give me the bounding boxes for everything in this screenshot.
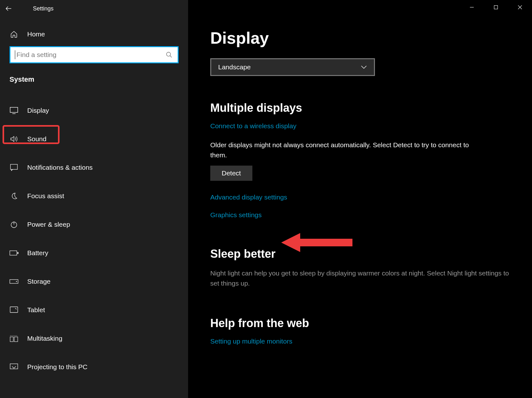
sidebar-item-display[interactable]: Display (0, 96, 188, 125)
sidebar-item-label: Notifications & actions (27, 164, 93, 171)
minimize-button[interactable] (460, 0, 484, 15)
battery-icon (10, 249, 18, 257)
detect-help-text: Older displays might not always connect … (210, 140, 476, 160)
page-title: Display (210, 28, 510, 47)
sidebar-item-projecting[interactable]: Projecting to this PC (0, 353, 188, 381)
sidebar-item-notifications[interactable]: Notifications & actions (0, 153, 188, 182)
graphics-settings-link[interactable]: Graphics settings (210, 211, 510, 219)
sidebar-section-title: System (0, 69, 188, 87)
sidebar-item-label: Storage (27, 278, 51, 285)
detect-button[interactable]: Detect (210, 166, 252, 181)
multitasking-icon (10, 334, 18, 343)
svg-rect-9 (10, 307, 18, 313)
notifications-icon (10, 163, 18, 172)
sidebar-item-battery[interactable]: Battery (0, 239, 188, 267)
sidebar-item-label: Sound (27, 135, 47, 143)
display-icon (10, 106, 18, 115)
window-controls (460, 0, 532, 15)
sound-icon (10, 135, 18, 143)
sidebar-nav: Display Sound Notifications & actions Fo… (0, 96, 188, 381)
sidebar-item-focus-assist[interactable]: Focus assist (0, 182, 188, 210)
svg-point-1 (167, 52, 171, 56)
svg-rect-6 (17, 252, 18, 254)
app-title: Settings (33, 5, 54, 12)
arrow-left-icon (5, 5, 12, 12)
sidebar-item-label: Battery (27, 249, 48, 257)
svg-rect-2 (10, 107, 18, 112)
home-link[interactable]: Home (0, 25, 188, 43)
sleep-better-text: Night light can help you get to sleep by… (210, 268, 510, 288)
search-input[interactable]: Find a setting (10, 46, 179, 63)
main-content: Display Landscape Multiple displays Conn… (188, 0, 532, 398)
sidebar-item-power-sleep[interactable]: Power & sleep (0, 210, 188, 239)
svg-rect-11 (14, 337, 18, 342)
titlebar: Settings (0, 0, 532, 17)
advanced-display-link[interactable]: Advanced display settings (210, 193, 510, 201)
sidebar-item-label: Power & sleep (27, 221, 70, 228)
power-icon (10, 220, 18, 229)
help-multiple-monitors-link[interactable]: Setting up multiple monitors (210, 338, 510, 345)
connect-wireless-link[interactable]: Connect to a wireless display (210, 122, 510, 130)
projecting-icon (10, 363, 18, 371)
svg-rect-0 (494, 6, 498, 9)
chevron-down-icon (361, 65, 367, 69)
home-icon (10, 30, 18, 39)
sidebar-item-storage[interactable]: Storage (0, 267, 188, 296)
search-icon (166, 51, 173, 58)
home-label: Home (27, 30, 45, 38)
svg-rect-10 (10, 337, 13, 342)
moon-icon (10, 192, 18, 200)
orientation-select[interactable]: Landscape (210, 58, 375, 76)
sidebar-item-sound[interactable]: Sound (0, 125, 188, 153)
close-button[interactable] (508, 0, 532, 15)
sidebar-item-label: Focus assist (27, 192, 64, 200)
close-icon (518, 5, 522, 9)
text-caret (15, 50, 15, 59)
sidebar-item-label: Projecting to this PC (27, 363, 87, 371)
svg-point-8 (16, 281, 17, 282)
sidebar-item-label: Display (27, 107, 49, 114)
sidebar-item-multitasking[interactable]: Multitasking (0, 324, 188, 353)
svg-rect-3 (10, 164, 17, 169)
search-placeholder: Find a setting (16, 51, 56, 59)
multiple-displays-heading: Multiple displays (210, 101, 510, 115)
search-container: Find a setting (0, 43, 188, 69)
back-button[interactable] (0, 0, 17, 17)
help-web-heading: Help from the web (210, 317, 510, 330)
maximize-button[interactable] (484, 0, 508, 15)
svg-rect-5 (10, 251, 17, 255)
maximize-icon (494, 5, 498, 9)
minimize-icon (470, 5, 474, 9)
sidebar: Home Find a setting System Display Sound (0, 0, 188, 398)
tablet-icon (10, 306, 18, 314)
orientation-value: Landscape (218, 63, 251, 71)
sidebar-item-label: Tablet (27, 306, 45, 314)
sidebar-item-label: Multitasking (27, 335, 62, 342)
storage-icon (10, 277, 18, 286)
sidebar-item-tablet[interactable]: Tablet (0, 296, 188, 324)
sleep-better-heading: Sleep better (210, 247, 510, 261)
